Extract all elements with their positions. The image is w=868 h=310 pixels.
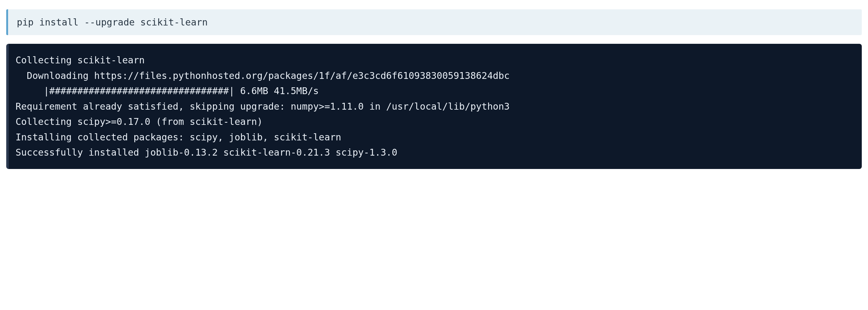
output-line[interactable]: Requirement already satisfied, skipping … xyxy=(16,99,856,114)
output-line[interactable]: |################################| 6.6MB… xyxy=(16,83,856,99)
output-line[interactable]: Collecting scipy>=0.17.0 (from scikit-le… xyxy=(16,114,856,130)
output-line[interactable]: Downloading https://files.pythonhosted.o… xyxy=(16,68,856,83)
terminal-output-block: Collecting scikit-learn Downloading http… xyxy=(6,44,862,169)
output-line[interactable]: Collecting scikit-learn xyxy=(16,53,856,68)
command-input-block: pip install --upgrade scikit-learn xyxy=(6,9,862,35)
command-text[interactable]: pip install --upgrade scikit-learn xyxy=(17,17,853,28)
output-line[interactable]: Successfully installed joblib-0.13.2 sci… xyxy=(16,145,856,160)
output-line[interactable]: Installing collected packages: scipy, jo… xyxy=(16,130,856,145)
